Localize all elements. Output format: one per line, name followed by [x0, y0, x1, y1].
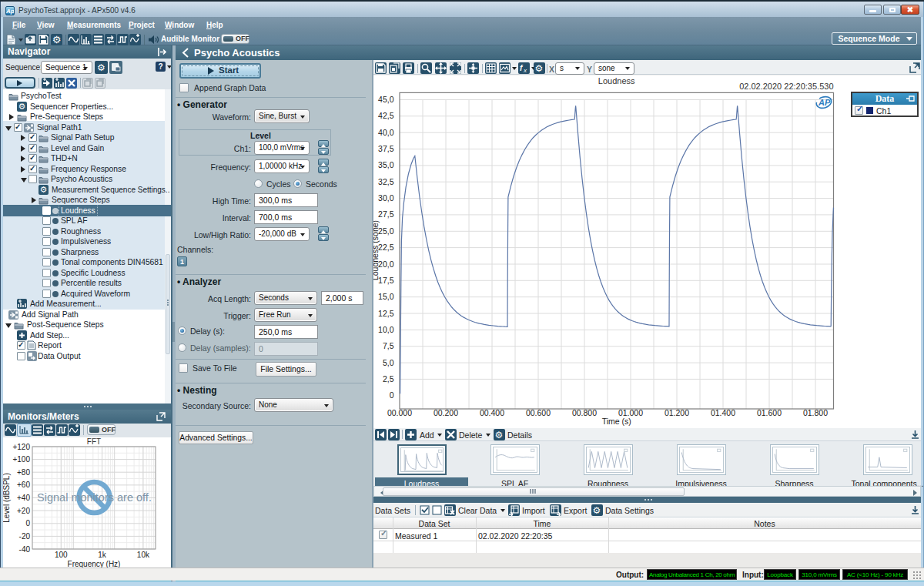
- svg-text:Loudness (sone): Loudness (sone): [373, 220, 380, 280]
- svg-text:-40: -40: [19, 545, 31, 554]
- svg-text:20,0: 20,0: [378, 260, 394, 269]
- svg-text:5,0: 5,0: [383, 358, 394, 367]
- svg-text:00.400: 00.400: [480, 408, 504, 417]
- svg-text:17,5: 17,5: [378, 276, 394, 285]
- svg-text:AP: AP: [818, 98, 831, 107]
- svg-text:01.600: 01.600: [757, 408, 782, 417]
- svg-text:⚙: ⚙: [495, 430, 504, 440]
- svg-text:Loudness: Loudness: [598, 76, 635, 85]
- svg-text:⚙: ⚙: [535, 63, 544, 74]
- svg-text:+120: +120: [12, 443, 30, 451]
- svg-text:15,0: 15,0: [378, 292, 394, 301]
- svg-text:⚙: ⚙: [97, 62, 105, 73]
- svg-text:40,0: 40,0: [378, 128, 394, 137]
- svg-text:+100: +100: [12, 455, 30, 464]
- svg-text:22,5: 22,5: [378, 243, 394, 252]
- svg-text:+80: +80: [17, 468, 30, 477]
- svg-text:100: 100: [55, 551, 68, 559]
- svg-text:+40: +40: [17, 494, 30, 502]
- svg-text:35,0: 35,0: [378, 160, 394, 169]
- svg-text:00.200: 00.200: [434, 408, 458, 417]
- svg-text:Signal monitors are off.: Signal monitors are off.: [37, 491, 152, 504]
- svg-text:x: x: [523, 67, 527, 74]
- svg-text:12,5: 12,5: [378, 309, 394, 318]
- svg-text:0: 0: [25, 519, 30, 527]
- svg-text:7,5: 7,5: [383, 341, 394, 350]
- svg-text:25,0: 25,0: [378, 226, 394, 236]
- svg-text:⚙: ⚙: [593, 505, 601, 516]
- svg-text:00.600: 00.600: [526, 408, 551, 417]
- svg-text:0: 0: [390, 390, 394, 400]
- svg-text:10k: 10k: [137, 551, 150, 559]
- svg-text:02.02.2020 22:20:35.530: 02.02.2020 22:20:35.530: [739, 82, 833, 91]
- svg-text:1k: 1k: [98, 551, 107, 559]
- svg-text:10,0: 10,0: [378, 325, 394, 334]
- svg-text:Time (s): Time (s): [602, 417, 631, 426]
- svg-text:45,0: 45,0: [378, 95, 394, 104]
- svg-text:Ap: Ap: [6, 8, 14, 15]
- svg-text:+20: +20: [17, 507, 30, 515]
- svg-text:27,5: 27,5: [378, 209, 394, 219]
- svg-text:FFT: FFT: [87, 437, 101, 446]
- svg-text:37,5: 37,5: [378, 144, 394, 153]
- svg-text:-20: -20: [19, 532, 31, 541]
- svg-text:01.400: 01.400: [711, 408, 735, 417]
- svg-text:Level (dBSPL): Level (dBSPL): [3, 473, 11, 522]
- svg-text:+60: +60: [17, 481, 30, 489]
- svg-text:42,5: 42,5: [378, 111, 394, 120]
- svg-text:01.800: 01.800: [803, 408, 828, 417]
- svg-text:00.800: 00.800: [572, 408, 597, 417]
- svg-text:2,5: 2,5: [383, 374, 394, 383]
- svg-text:30,0: 30,0: [378, 193, 394, 203]
- svg-text:01.200: 01.200: [665, 408, 689, 417]
- svg-text:32,5: 32,5: [378, 177, 394, 186]
- svg-text:00.000: 00.000: [387, 408, 412, 417]
